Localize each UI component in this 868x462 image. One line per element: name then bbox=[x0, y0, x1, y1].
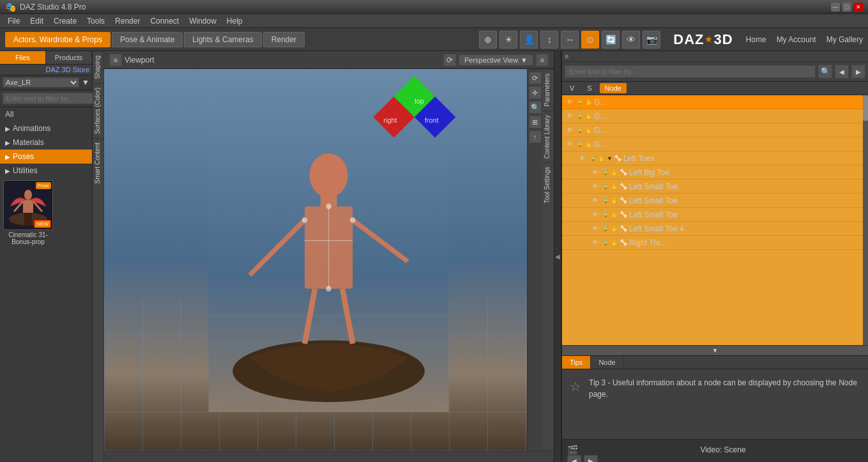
surfaces-tab[interactable]: Surfaces (Color) bbox=[93, 83, 103, 138]
col-tab-v[interactable]: V bbox=[565, 83, 579, 93]
col-tab-s[interactable]: S bbox=[582, 83, 597, 93]
right-search-input[interactable] bbox=[565, 65, 816, 78]
menu-tools[interactable]: Tools bbox=[82, 15, 110, 27]
tree-row-0[interactable]: 👁 🔒 ✋ G... bbox=[562, 95, 868, 109]
center-right-collapse[interactable]: ◀ bbox=[554, 51, 561, 462]
vp-btn-up[interactable]: ↑ bbox=[529, 130, 542, 143]
tree-row-2[interactable]: 👁 🔒 ✋ G... bbox=[562, 123, 868, 137]
close-button[interactable]: ✕ bbox=[854, 3, 863, 12]
tab-render[interactable]: Render bbox=[263, 32, 305, 47]
vp-btn-rotate[interactable]: ⟳ bbox=[529, 72, 542, 84]
right-search-button[interactable]: 🔍 bbox=[818, 65, 832, 79]
tab-files[interactable]: Files bbox=[0, 51, 46, 64]
vp-btn-frame[interactable]: ⊞ bbox=[529, 116, 542, 128]
tab-node[interactable]: Node bbox=[591, 356, 623, 369]
tree-scroll-down[interactable]: ▼ bbox=[562, 345, 868, 355]
eye-icon-lst2[interactable]: 👁 bbox=[590, 196, 600, 206]
link-gallery[interactable]: My Gallery bbox=[826, 35, 863, 44]
minimize-button[interactable]: — bbox=[831, 3, 840, 12]
eye-icon-lbt[interactable]: 👁 bbox=[590, 167, 600, 178]
tree-row-lst4[interactable]: 👁 🔒 ✋ 🦴 Left Small Toe 4 bbox=[562, 222, 868, 236]
eye-icon-3[interactable]: 👁 bbox=[565, 139, 575, 150]
eye-icon-lst1[interactable]: 👁 bbox=[590, 181, 600, 192]
tool-settings-tab[interactable]: Tool Settings bbox=[542, 162, 554, 207]
store-link[interactable]: DAZ 3D Store bbox=[46, 66, 89, 73]
eye-icon-lt[interactable]: 👁 bbox=[577, 153, 588, 164]
link-home[interactable]: Home bbox=[746, 35, 766, 44]
scene-panel-collapse-icon[interactable]: ≡ bbox=[565, 52, 568, 60]
tool-icon-4[interactable]: ↕ bbox=[540, 31, 558, 49]
scrollbar-track[interactable] bbox=[863, 95, 868, 355]
eye-icon-2[interactable]: 👁 bbox=[565, 125, 575, 135]
tree-row-1[interactable]: 👁 🔒 ✋ G... bbox=[562, 109, 868, 123]
menu-file[interactable]: File bbox=[3, 15, 25, 27]
tree-row-label-extra: Right Thi... bbox=[629, 238, 666, 247]
nav-materials-arrow: ▶ bbox=[5, 139, 10, 146]
left-filter-input[interactable] bbox=[3, 93, 97, 104]
menu-create[interactable]: Create bbox=[49, 15, 82, 27]
shaping-tab[interactable]: Shaping bbox=[93, 51, 103, 83]
col-tab-node[interactable]: Node bbox=[600, 83, 627, 93]
tool-icon-7[interactable]: 🔄 bbox=[602, 31, 620, 49]
menu-window[interactable]: Window bbox=[184, 15, 222, 27]
right-bottom: Tips Node ☆ Tip 3 - Useful information a… bbox=[562, 356, 868, 462]
eye-icon-0[interactable]: 👁 bbox=[565, 97, 575, 107]
lesson-next[interactable]: ▶ bbox=[584, 455, 598, 462]
tree-row-lbt[interactable]: 👁 🔒 ✋ 🦴 Left Big Toe bbox=[562, 166, 868, 180]
tree-row-3[interactable]: 👁 🔒 ✋ G... bbox=[562, 137, 868, 151]
tab-products[interactable]: Products bbox=[46, 51, 92, 64]
tab-pose[interactable]: Pose & Animate bbox=[112, 32, 183, 47]
scrollbar-thumb[interactable] bbox=[863, 95, 868, 121]
content-item-cinematic[interactable]: Pose NEW Cinematic 31-Bonus-prop bbox=[3, 180, 54, 245]
nav-materials[interactable]: ▶ Materials bbox=[0, 135, 92, 150]
tab-lights[interactable]: Lights & Cameras bbox=[184, 32, 261, 47]
right-nav-next[interactable]: ▶ bbox=[851, 65, 865, 79]
eye-icon-extra[interactable]: 👁 bbox=[590, 238, 600, 248]
link-account[interactable]: My Account bbox=[777, 35, 816, 44]
tool-icon-1[interactable]: ⊕ bbox=[479, 31, 497, 49]
perspective-view-button[interactable]: Perspective View ▼ bbox=[459, 54, 533, 66]
tool-icon-5[interactable]: ↔ bbox=[561, 31, 579, 49]
3d-viewport[interactable]: right top front ⟳ ✛ 🔍 ⊞ ↑ Paramet bbox=[104, 69, 554, 450]
viewport-menu-icon[interactable]: ≡ bbox=[109, 54, 122, 66]
tree-row-lst3[interactable]: 👁 🔒 ✋ 🦴 Left Small Toe bbox=[562, 208, 868, 222]
eye-icon-lst3[interactable]: 👁 bbox=[590, 210, 600, 220]
nav-animations[interactable]: ▶ Animations bbox=[0, 121, 92, 135]
vp-btn-move[interactable]: ✛ bbox=[529, 86, 542, 99]
menu-help[interactable]: Help bbox=[222, 15, 248, 27]
tree-row-label-lbt: Left Big Toe bbox=[629, 168, 669, 177]
tool-icon-2[interactable]: ☀ bbox=[499, 31, 517, 49]
tree-row-extra[interactable]: 👁 🔒 ✋ 🦴 Right Thi... bbox=[562, 236, 868, 250]
tree-row-left-toes[interactable]: 👁 🔒 ✋ ▼ 🦴 Left Toes bbox=[562, 151, 868, 166]
scene-tree[interactable]: 👁 🔒 ✋ G... 👁 🔒 ✋ G... 👁 🔒 ✋ G... bbox=[562, 95, 868, 355]
content-library-tab[interactable]: Content Library bbox=[542, 111, 554, 162]
tree-row-label-0: G... bbox=[594, 98, 606, 107]
menu-connect[interactable]: Connect bbox=[145, 15, 184, 27]
tab-tips[interactable]: Tips bbox=[562, 356, 591, 369]
menu-render[interactable]: Render bbox=[110, 15, 145, 27]
lesson-prev[interactable]: ◀ bbox=[567, 455, 581, 462]
left-dropdown-select[interactable]: Axe_LR bbox=[3, 77, 79, 88]
tool-icon-3[interactable]: 👤 bbox=[520, 31, 538, 49]
video-icon[interactable]: 🎬 bbox=[567, 445, 578, 455]
nav-utilities[interactable]: ▶ Utilities bbox=[0, 164, 92, 178]
tab-actors[interactable]: Actors, Wardrobe & Props bbox=[5, 32, 110, 47]
tool-icon-9[interactable]: 📷 bbox=[643, 31, 660, 49]
eye-icon-lst4[interactable]: 👁 bbox=[590, 224, 600, 234]
toolbar-tabs: Actors, Wardrobe & Props Pose & Animate … bbox=[5, 32, 305, 47]
smart-content-tab[interactable]: Smart Content bbox=[93, 138, 103, 187]
eye-icon-1[interactable]: 👁 bbox=[565, 111, 575, 121]
vp-btn-zoom[interactable]: 🔍 bbox=[529, 101, 542, 114]
nav-poses[interactable]: ▶ Poses bbox=[0, 150, 92, 164]
maximize-button[interactable]: □ bbox=[842, 3, 851, 12]
right-nav-prev[interactable]: ◀ bbox=[835, 65, 849, 79]
tree-row-lst1[interactable]: 👁 🔒 ✋ 🦴 Left Small Toe bbox=[562, 180, 868, 194]
tool-icon-6[interactable]: ⊙ bbox=[581, 31, 599, 49]
viewport-options-icon[interactable]: ≡ bbox=[536, 54, 549, 66]
tree-row-lst2[interactable]: 👁 🔒 ✋ 🦴 Left Small Toe bbox=[562, 194, 868, 208]
menu-edit[interactable]: Edit bbox=[25, 15, 49, 27]
nav-all[interactable]: All bbox=[0, 107, 92, 121]
parameters-tab[interactable]: Parameters bbox=[542, 69, 554, 111]
tool-icon-8[interactable]: 👁 bbox=[622, 31, 640, 49]
rotate-icon[interactable]: ⟳ bbox=[443, 54, 456, 66]
